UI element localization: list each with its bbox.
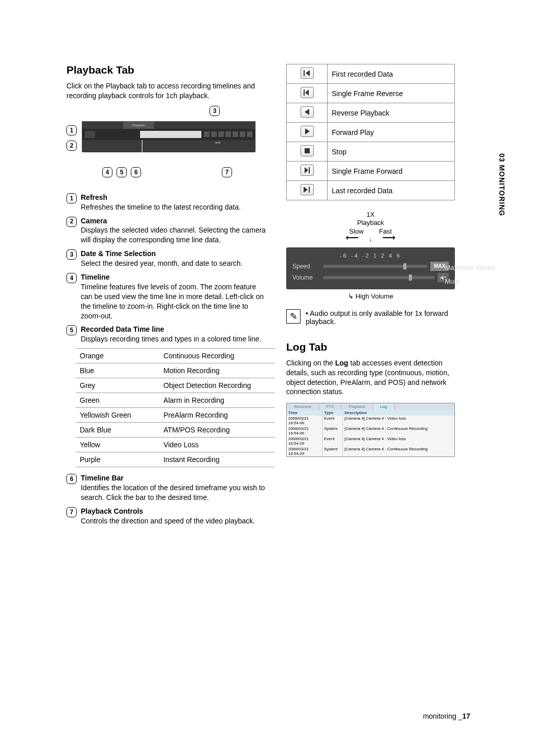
svg-rect-10	[309, 187, 310, 193]
playback-heading: Playback Tab	[66, 64, 266, 76]
log-screenshot: ResourcePTZPlaybackLog TimeTypeDescripti…	[286, 403, 455, 457]
color-desc: Object Detection Recording	[159, 378, 275, 393]
svg-marker-9	[304, 187, 308, 193]
recording-color-table: OrangeContinuous RecordingBlueMotion Rec…	[76, 348, 275, 467]
item-number: 5	[66, 325, 77, 335]
callout-5: 5	[117, 167, 127, 177]
reverse-playback-icon[interactable]	[301, 106, 314, 118]
item-title: Timeline	[81, 273, 110, 281]
table-row: BlueMotion Recording	[76, 363, 275, 378]
item-desc: Timeline features five levels of zoom. T…	[81, 283, 264, 320]
control-label: Forward Play	[328, 123, 455, 142]
volume-slider[interactable]	[323, 276, 434, 279]
color-name: Blue	[76, 363, 159, 378]
callout-6: 6	[131, 167, 141, 177]
log-intro: Clicking on the Log tab accesses event d…	[286, 358, 455, 397]
item-number: 1	[66, 193, 77, 203]
log-tab-playback[interactable]: Playback	[341, 403, 373, 410]
svg-marker-5	[305, 128, 310, 134]
playback-item-4: 4TimelineTimeline features five levels o…	[66, 272, 266, 320]
speed-playback-label: Playback	[286, 219, 455, 227]
control-label: Last recorded Data	[328, 181, 455, 200]
playback-screenshot: 3 1 2 Playback MAX	[66, 111, 266, 162]
last-recorded-icon[interactable]	[301, 184, 314, 195]
log-row: 2009/03/21 16:54:49Event[Camera 4] Camer…	[287, 416, 454, 426]
single-frame-forward-icon[interactable]	[301, 165, 314, 176]
playback-item-3: 3Date & Time SelectionSelect the desired…	[66, 249, 266, 268]
log-row: 2009/03/21 16:54:49System[Camera 4] Came…	[287, 426, 454, 436]
table-row: YellowVideo Loss	[76, 438, 275, 452]
table-row: Single Frame Forward	[287, 162, 455, 181]
item-number: 4	[66, 273, 77, 283]
item-desc: Refreshes the timeline to the latest rec…	[81, 203, 241, 211]
log-tab-log[interactable]: Log	[373, 403, 395, 410]
table-row: Dark BlueATM/POS Recording	[76, 423, 275, 438]
item-title: Recorded Data Time line	[81, 325, 164, 333]
log-header-type: Type	[323, 410, 343, 416]
max-speed-side-label: Maximum Speed	[445, 264, 495, 272]
volume-row-label: Volume	[292, 274, 323, 281]
item-title: Timeline Bar	[81, 474, 124, 482]
control-label: Single Frame Forward	[328, 162, 455, 181]
log-tab-resource[interactable]: Resource	[287, 403, 319, 410]
color-desc: Instant Recording	[159, 452, 275, 467]
color-name: Green	[76, 393, 159, 408]
item-number: 3	[66, 249, 77, 260]
speed-volume-diagram: 1X Playback Slow Fast ⟵ ↓ ⟶ -6 -4 -2 1 2…	[286, 211, 455, 300]
color-name: Grey	[76, 378, 159, 393]
control-label: Stop	[328, 142, 455, 162]
table-row: Last recorded Data	[287, 181, 455, 200]
color-name: Yellow	[76, 438, 159, 452]
playback-controls-table: First recorded DataSingle Frame ReverseR…	[286, 64, 455, 200]
item-desc: Identifies the location of the desired t…	[81, 484, 265, 501]
color-name: Purple	[76, 452, 159, 467]
playback-item-5: 5Recorded Data Time lineDisplays recordi…	[66, 325, 266, 344]
svg-marker-3	[305, 89, 309, 96]
color-desc: Video Loss	[159, 438, 275, 452]
svg-marker-4	[305, 109, 309, 115]
table-row: GreyObject Detection Recording	[76, 378, 275, 393]
arrow-right-icon: ⟶	[382, 235, 396, 244]
section-side-label: 03 MONITORING	[498, 153, 506, 216]
item-desc: Displays the selected video channel. Sel…	[81, 226, 266, 244]
svg-rect-6	[305, 148, 310, 153]
svg-rect-2	[304, 89, 305, 96]
color-desc: Continuous Recording	[159, 349, 275, 363]
first-recorded-icon[interactable]	[301, 67, 314, 79]
arrow-left-icon: ⟵	[346, 235, 359, 244]
control-label: Reverse Playback	[328, 103, 455, 123]
table-row: Yellowish GreenPreAlarm Recording	[76, 408, 275, 423]
item-number: 7	[66, 507, 77, 517]
log-header-description: Description	[343, 410, 454, 416]
note-icon: ✎	[286, 309, 301, 324]
table-row: Stop	[287, 142, 455, 162]
speed-1x-label: 1X	[286, 211, 455, 219]
item-number: 2	[66, 217, 77, 227]
playback-item-7: 7Playback ControlsControls the direction…	[66, 507, 266, 526]
color-desc: ATM/POS Recording	[159, 423, 275, 438]
callout-4: 4	[102, 167, 112, 177]
high-volume-label: ↳ High Volume	[348, 292, 393, 300]
log-tab-ptz[interactable]: PTZ	[319, 403, 341, 410]
shot-speed-volume-box: MAX	[214, 140, 255, 152]
table-row: Single Frame Reverse	[287, 84, 455, 103]
forward-play-icon[interactable]	[301, 126, 314, 137]
item-title: Refresh	[81, 193, 107, 201]
control-label: First recorded Data	[328, 64, 455, 84]
item-number: 6	[66, 474, 77, 484]
table-row: Forward Play	[287, 123, 455, 142]
table-row: GreenAlarm in Recording	[76, 393, 275, 408]
playback-item-6: 6Timeline BarIdentifies the location of …	[66, 473, 266, 502]
item-desc: Select the desired year, month, and date…	[81, 259, 243, 267]
single-frame-reverse-icon[interactable]	[301, 87, 314, 98]
color-name: Yellowish Green	[76, 408, 159, 423]
stop-icon[interactable]	[301, 145, 314, 156]
speed-slider[interactable]	[323, 265, 427, 268]
shot-playback-control-strip	[204, 131, 252, 137]
item-desc: Displays recording times and types in a …	[81, 335, 261, 343]
color-name: Orange	[76, 349, 159, 363]
item-title: Date & Time Selection	[81, 249, 156, 258]
svg-marker-1	[306, 70, 310, 76]
control-label: Single Frame Reverse	[328, 84, 455, 103]
table-row: OrangeContinuous Recording	[76, 349, 275, 363]
